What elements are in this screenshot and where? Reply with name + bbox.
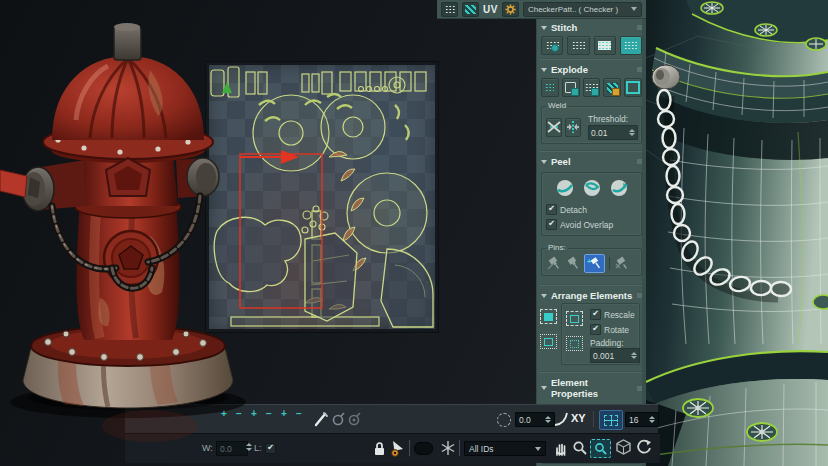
zoom-region-icon-active[interactable] — [590, 439, 611, 458]
material-selector[interactable]: CheckerPatt.. ( Checker ) — [523, 2, 642, 17]
rotate-checkbox[interactable] — [590, 324, 601, 335]
section-arrange-elements[interactable]: Arrange Elements — [537, 287, 646, 303]
flatten-by-smoothing-button[interactable] — [583, 78, 601, 97]
pins-group-label: Pins: — [546, 243, 568, 252]
section-element-properties[interactable]: Element Properties — [537, 374, 646, 401]
stitch-to-target-button[interactable] — [567, 36, 589, 55]
w-coordinate-label: W: — [202, 443, 213, 453]
collapse-triangle-icon — [541, 68, 547, 72]
peel-mode-button[interactable] — [582, 178, 602, 198]
dome-ridges — [90, 58, 166, 138]
select-cursor-icon[interactable] — [389, 440, 407, 457]
uv-toolbar-row1: + − + − + − 0.0 XY 16 — [125, 404, 658, 433]
uv-islands — [209, 65, 435, 329]
stitch-to-source-button[interactable] — [620, 36, 642, 55]
axis-space-label[interactable]: XY — [571, 412, 586, 424]
rotate-view-icon[interactable] — [635, 439, 652, 456]
app-window: UV CheckerPatt.. ( Checker ) Stitch — [0, 0, 828, 466]
break-by-smoothing-button[interactable] — [541, 78, 559, 97]
pan-hand-icon[interactable] — [553, 440, 569, 457]
uv-editor-canvas[interactable] — [206, 62, 438, 332]
spinner-arrows-icon[interactable] — [243, 443, 252, 451]
rescale-label: Rescale — [604, 310, 635, 320]
paint-move-brush-icon[interactable] — [314, 411, 329, 427]
spinner-arrows-icon[interactable] — [626, 129, 635, 137]
weld-threshold-spinner[interactable]: 0.01 — [588, 125, 638, 140]
pack-custom-button[interactable] — [540, 334, 557, 349]
relax-brush-icon[interactable] — [331, 412, 346, 427]
material-id-filter-dropdown[interactable]: All IDs — [464, 441, 546, 456]
collapse-triangle-icon — [541, 386, 547, 390]
detach-checkbox[interactable] — [546, 204, 557, 215]
checker-material-icon[interactable] — [462, 2, 479, 17]
options-gear-icon[interactable] — [502, 2, 519, 17]
avoid-overlap-label: Avoid Overlap — [560, 220, 613, 230]
bonnet-bolts — [55, 137, 190, 154]
rotate-angle-field[interactable]: 0.0 — [515, 412, 555, 427]
collapse-triangle-icon — [541, 294, 547, 298]
stitch-to-average-button[interactable] — [594, 36, 616, 55]
wireframe-viewport — [646, 0, 828, 466]
spinner-arrows-icon[interactable] — [646, 416, 655, 424]
flatten-custom-button[interactable] — [624, 78, 642, 97]
uv-label: UV — [483, 4, 498, 15]
collapse-triangle-icon — [541, 160, 547, 164]
flatten-by-material-button[interactable] — [603, 78, 621, 97]
uv-top-bar: UV CheckerPatt.. ( Checker ) — [437, 0, 646, 19]
quick-peel-button[interactable] — [555, 178, 575, 198]
pin-add-button-active[interactable]: + — [584, 254, 605, 273]
uv-status-bar: W: 0.0 L: All IDs — [125, 433, 660, 463]
checker-pattern-icon[interactable] — [441, 2, 458, 17]
falloff-curve-icon[interactable] — [553, 411, 569, 427]
rescale-elements-button[interactable] — [566, 311, 583, 326]
soft-selection-falloff-icon[interactable] — [497, 413, 511, 427]
lock-aspect-checkbox[interactable] — [265, 443, 276, 454]
chevron-down-icon — [631, 7, 637, 11]
lock-aspect-label: L: — [254, 443, 262, 453]
pack-normalize-button[interactable] — [540, 309, 557, 324]
nozzle-cap-knob — [652, 65, 680, 89]
grid-snap-button-active[interactable] — [599, 410, 623, 430]
spinner-arrows-icon[interactable] — [542, 416, 551, 424]
grid-size-field[interactable]: 16 — [625, 412, 659, 427]
padding-spinner[interactable]: 0.001 — [590, 348, 640, 363]
weld-group-label: Weld — [546, 101, 568, 110]
lock-icon[interactable] — [371, 440, 387, 457]
chevron-down-icon — [535, 447, 541, 451]
zoom-icon[interactable] — [572, 440, 588, 456]
spinner-arrows-icon[interactable] — [628, 352, 637, 360]
svg-text:+: + — [587, 257, 592, 266]
threshold-label: Threshold: — [588, 114, 638, 124]
rescale-checkbox[interactable] — [590, 309, 601, 320]
rotate-label: Rotate — [604, 325, 629, 335]
pin-move-button[interactable] — [546, 256, 563, 271]
section-stitch[interactable]: Stitch — [537, 19, 646, 35]
base-bolts — [45, 331, 207, 360]
peel-reset-button[interactable] — [609, 178, 629, 198]
collapse-triangle-icon — [541, 26, 547, 30]
avoid-overlap-checkbox[interactable] — [546, 219, 557, 230]
break-by-material-button[interactable] — [562, 78, 580, 97]
detach-label: Detach — [560, 205, 587, 215]
section-peel[interactable]: Peel — [537, 153, 646, 169]
relax-brush-falloff-icon[interactable] — [347, 412, 362, 427]
hydrant-chains — [52, 196, 200, 288]
padding-label: Padding: — [590, 338, 624, 348]
soft-selection-preview[interactable] — [414, 442, 433, 455]
material-selector-value: CheckerPatt.. ( Checker ) — [528, 5, 618, 14]
snowflake-freeze-icon[interactable] — [440, 440, 456, 456]
section-explode[interactable]: Explode — [537, 61, 646, 77]
weld-selected-button[interactable] — [565, 118, 581, 137]
stitch-custom-button[interactable] — [541, 36, 563, 55]
pin-select-button[interactable] — [565, 256, 582, 271]
unwrap-tools-panel: Stitch Explode Weld — [536, 19, 646, 466]
weld-custom-button[interactable] — [546, 118, 562, 137]
left-nozzle — [0, 160, 86, 211]
zoom-extents-icon[interactable] — [615, 439, 632, 456]
pin-remove-button[interactable] — [614, 256, 631, 271]
pack-together-button[interactable] — [566, 336, 583, 351]
